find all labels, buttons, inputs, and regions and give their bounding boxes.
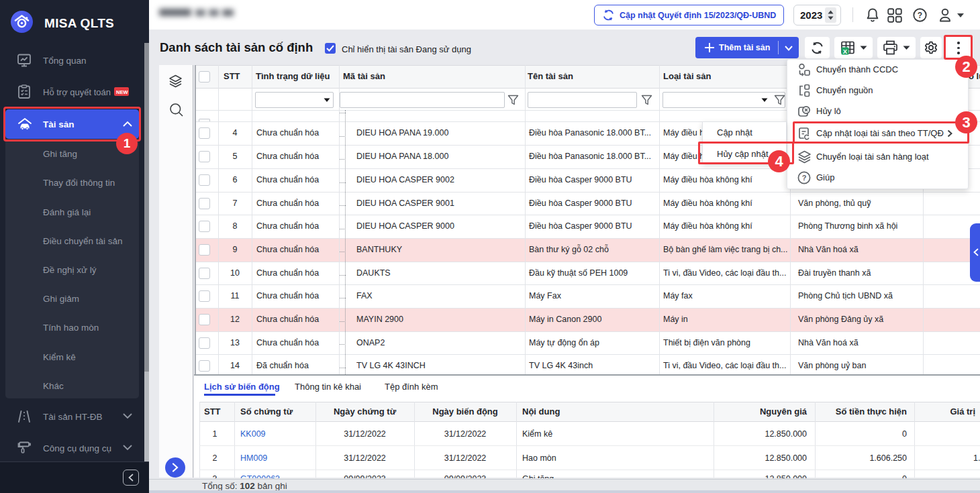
svg-text:?: ? <box>802 174 807 182</box>
svg-text:X: X <box>843 48 848 55</box>
svg-text:?: ? <box>918 11 922 20</box>
